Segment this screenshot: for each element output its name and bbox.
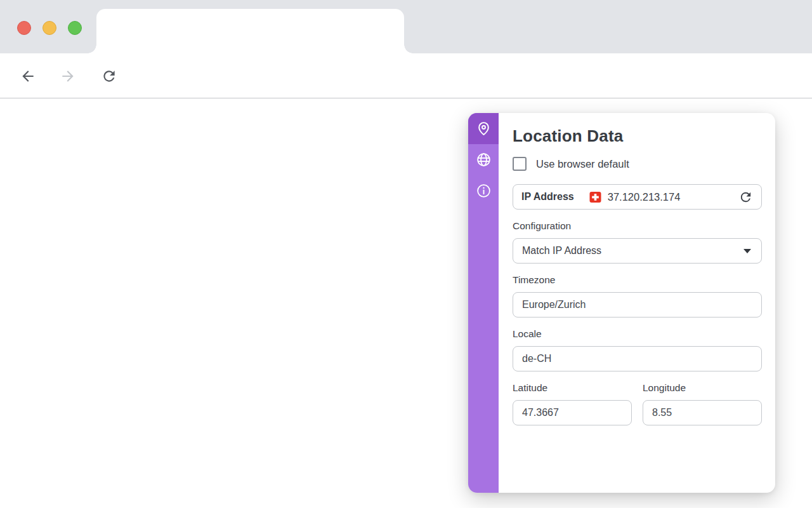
back-button[interactable] [11,53,44,98]
use-browser-default-row[interactable]: Use browser default [513,157,762,171]
ip-address-label: IP Address [521,191,574,203]
longitude-label: Longitude [643,382,762,394]
location-pin-icon [476,121,492,137]
use-browser-default-label: Use browser default [536,158,629,170]
sidebar-item-info[interactable] [468,175,499,206]
configuration-select[interactable]: Match IP Address [513,238,762,264]
window-maximize-button[interactable] [68,21,82,35]
forward-button[interactable] [51,53,84,98]
locale-input[interactable] [513,346,762,371]
swiss-flag-icon [589,191,601,203]
locale-label: Locale [513,328,762,340]
ip-address-box: IP Address 37.120.213.174 [513,184,762,210]
use-browser-default-checkbox[interactable] [513,157,527,171]
window-minimize-button[interactable] [43,21,56,35]
popup-main: Location Data Use browser default IP Add… [499,113,775,493]
latitude-label: Latitude [513,382,632,394]
timezone-input[interactable] [513,292,762,318]
window-close-button[interactable] [17,21,31,35]
sidebar-item-location[interactable] [468,113,499,144]
lat-long-row: Latitude Longitude [513,371,762,425]
refresh-ip-button[interactable] [738,190,753,204]
back-arrow-icon [20,68,36,84]
globe-icon [476,152,492,168]
reload-icon [101,68,117,84]
tab-bar [0,0,812,53]
popup-sidebar [468,113,499,493]
reload-button[interactable] [93,53,126,98]
ip-address-value: 37.120.213.174 [608,191,681,203]
location-guard-popup: Location Data Use browser default IP Add… [468,113,775,493]
refresh-icon [738,190,753,204]
popup-title: Location Data [513,126,762,146]
longitude-input[interactable] [643,400,762,425]
chevron-down-icon [743,249,751,253]
info-icon [476,183,492,199]
timezone-label: Timezone [513,274,762,286]
latitude-input[interactable] [513,400,632,425]
forward-arrow-icon [60,68,76,84]
configuration-selected-value: Match IP Address [522,245,601,257]
sidebar-item-network[interactable] [468,144,499,175]
browser-tab[interactable] [96,9,404,53]
configuration-label: Configuration [513,220,762,232]
browser-toolbar [0,53,812,98]
